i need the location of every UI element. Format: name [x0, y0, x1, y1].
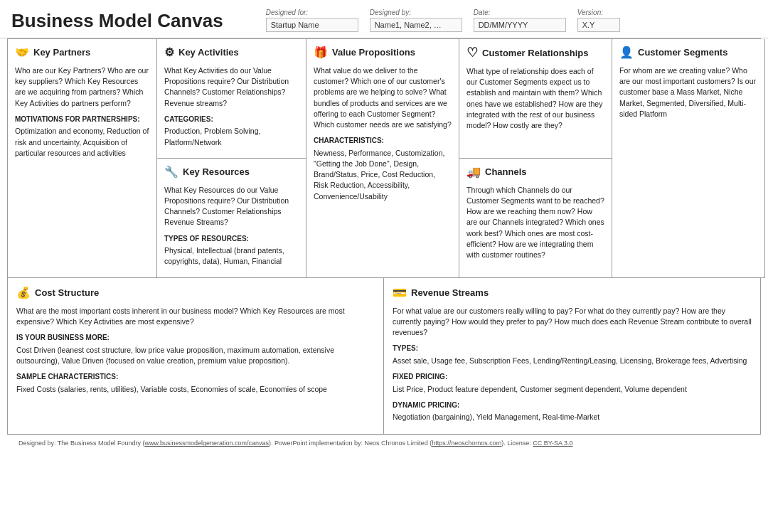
channels-title: Channels — [485, 166, 527, 177]
channels-body: Through which Channels do our Customer S… — [466, 185, 604, 261]
cost-structure-header: Cost Structure — [16, 285, 375, 300]
key-activities-section1: CATEGORIES: — [164, 115, 299, 125]
key-activities-body: What Key Activities do our Value Proposi… — [164, 65, 299, 148]
cost-structure-text2: Cost Driven (leanest cost structure, low… — [16, 345, 375, 366]
value-propositions-cell: Value Propositions What value do we deli… — [306, 39, 459, 278]
cost-structure-text1: What are the most important costs inhere… — [16, 306, 375, 327]
cost-icon — [16, 285, 31, 300]
value-propositions-section1: CHARACTERISTICS: — [314, 136, 452, 147]
key-activities-cell: Key Activities What Key Activities do ou… — [157, 39, 306, 159]
page-header: Business Model Canvas Designed for: Desi… — [0, 0, 768, 38]
key-activities-text1: What Key Activities do our Value Proposi… — [164, 65, 299, 109]
revenue-streams-text2: Asset sale, Usage fee, Subscription Fees… — [393, 356, 752, 366]
revenue-streams-body: For what value are our customers really … — [393, 306, 752, 423]
key-partners-header: Key Partners — [15, 45, 149, 60]
footer-text: Designed by: The Business Model Foundry … — [18, 440, 572, 447]
date-field: Date: — [474, 9, 566, 32]
key-activities-text2: Production, Problem Solving, Platform/Ne… — [164, 126, 299, 147]
version-label: Version: — [577, 9, 620, 16]
designed-by-input[interactable] — [370, 18, 462, 32]
cost-structure-section1: IS YOUR BUSINESS MORE: — [16, 333, 375, 344]
revenue-streams-text4: Negotiation (bargaining), Yield Manageme… — [393, 412, 752, 422]
revenue-streams-section1: TYPES: — [393, 344, 752, 354]
bottom-grid: Cost Structure What are the most importa… — [7, 278, 761, 435]
customer-segments-text1: For whom are we creating value? Who are … — [619, 65, 757, 119]
customer-relationships-title: Customer Relationships — [482, 48, 589, 58]
key-resources-text1: What Key Resources do our Value Proposit… — [164, 185, 299, 228]
customer-relationships-cell: Customer Relationships What type of rela… — [459, 39, 612, 159]
key-resources-body: What Key Resources do our Value Proposit… — [164, 185, 299, 267]
key-resources-cell: Key Resources What Key Resources do our … — [157, 159, 306, 278]
customer-segments-cell: Customer Segments For whom are we creati… — [612, 39, 765, 278]
customer-relationships-header: Customer Relationships — [466, 45, 604, 60]
cost-structure-body: What are the most important costs inhere… — [16, 306, 375, 395]
key-resources-header: Key Resources — [164, 164, 299, 179]
license-link[interactable]: CC BY-SA 3.0 — [533, 440, 572, 447]
key-resources-title: Key Resources — [183, 166, 250, 177]
version-input[interactable] — [577, 18, 620, 32]
relationship-icon — [466, 45, 478, 60]
revenue-streams-section2: FIXED PRICING: — [393, 372, 752, 383]
channels-header: Channels — [466, 164, 604, 179]
version-field: Version: — [577, 9, 620, 32]
key-partners-text2: Optimization and economy, Reduction of r… — [15, 126, 149, 159]
value-icon — [314, 45, 328, 60]
designed-for-field: Designed for: — [266, 9, 358, 32]
value-propositions-title: Value Propositions — [332, 47, 415, 58]
resources-icon — [164, 164, 178, 179]
segments-icon — [619, 45, 634, 60]
customer-relationships-text1: What type of relationship does each of o… — [466, 66, 604, 131]
channels-cell: Channels Through which Channels do our C… — [459, 159, 612, 278]
cost-structure-text3: Fixed Costs (salaries, rents, utilities)… — [16, 384, 375, 395]
key-partners-cell: Key Partners Who are our Key Partners? W… — [8, 39, 157, 278]
value-propositions-header: Value Propositions — [314, 45, 452, 60]
cost-structure-title: Cost Structure — [35, 287, 99, 298]
value-propositions-text1: What value do we deliver to the customer… — [314, 65, 452, 130]
footer: Designed by: The Business Model Foundry … — [7, 435, 761, 451]
customer-segments-header: Customer Segments — [619, 45, 757, 60]
revenue-streams-header: Revenue Streams — [393, 285, 752, 300]
key-partners-title: Key Partners — [33, 47, 90, 58]
value-propositions-body: What value do we deliver to the customer… — [314, 65, 452, 202]
key-activities-header: Key Activities — [164, 45, 299, 60]
customer-relationships-body: What type of relationship does each of o… — [466, 66, 604, 131]
date-input[interactable] — [474, 18, 566, 32]
date-label: Date: — [474, 9, 566, 16]
canvas-grid: Key Partners Who are our Key Partners? W… — [7, 38, 761, 278]
key-activities-title: Key Activities — [178, 47, 239, 58]
cost-structure-cell: Cost Structure What are the most importa… — [8, 278, 384, 435]
value-propositions-text2: Newness, Performance, Customization, "Ge… — [314, 148, 452, 202]
revenue-streams-cell: Revenue Streams For what value are our c… — [384, 278, 760, 435]
designed-for-input[interactable] — [266, 18, 358, 32]
revenue-icon — [393, 285, 407, 300]
page-title: Business Model Canvas — [11, 10, 223, 32]
activities-icon — [164, 45, 174, 60]
channels-text1: Through which Channels do our Customer S… — [466, 185, 604, 261]
designed-by-label: Designed by: — [370, 9, 462, 16]
revenue-streams-text1: For what value are our customers really … — [393, 306, 752, 339]
designed-by-field: Designed by: — [370, 9, 462, 32]
key-partners-section1: MOTIVATIONS FOR PARTNERSHIPS: — [15, 115, 149, 125]
neos-link[interactable]: https://neoschornos.com — [432, 440, 501, 447]
designed-for-label: Designed for: — [266, 9, 358, 16]
header-fields: Designed for: Designed by: Date: Version… — [266, 9, 757, 32]
key-resources-section1: TYPES OF RESOURCES: — [164, 234, 299, 245]
cost-structure-section2: SAMPLE CHARACTERISTICS: — [16, 372, 375, 383]
revenue-streams-section3: DYNAMIC PRICING: — [393, 400, 752, 411]
key-partners-body: Who are our Key Partners? Who are our ke… — [15, 65, 149, 159]
key-partners-text1: Who are our Key Partners? Who are our ke… — [15, 65, 149, 109]
customer-segments-body: For whom are we creating value? Who are … — [619, 65, 757, 119]
handshake-icon — [15, 45, 29, 60]
key-resources-text2: Physical, Intellectual (brand patents, c… — [164, 245, 299, 267]
customer-segments-title: Customer Segments — [638, 47, 727, 58]
revenue-streams-title: Revenue Streams — [411, 287, 489, 298]
revenue-streams-text3: List Price, Product feature dependent, C… — [393, 384, 752, 395]
foundry-link[interactable]: www.businessmodelgeneration.com/canvas — [144, 440, 269, 447]
channels-icon — [466, 164, 481, 179]
